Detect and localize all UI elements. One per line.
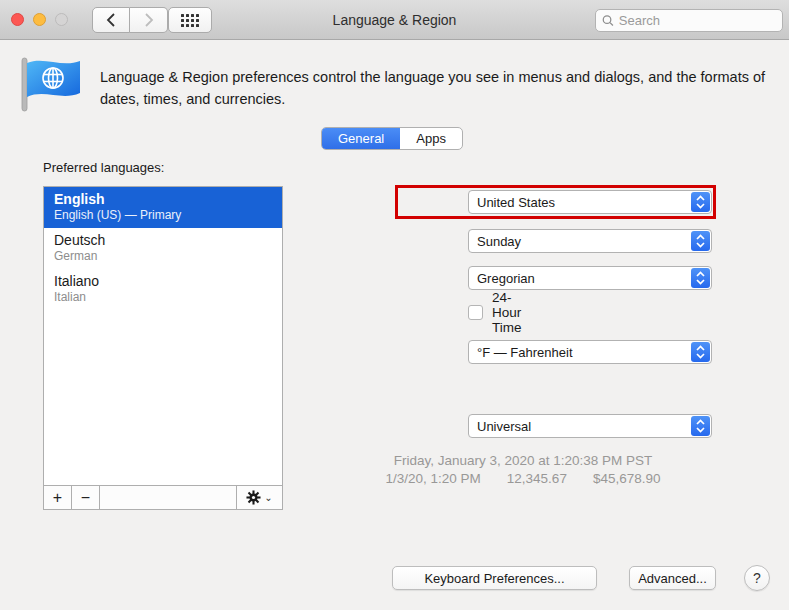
advanced-button[interactable]: Advanced... — [629, 566, 716, 590]
toolbar-spacer — [100, 486, 236, 509]
languages-list-toolbar: + − — [43, 485, 283, 510]
zoom-button-disabled — [55, 13, 68, 26]
preview-long-date: Friday, January 3, 2020 at 1:20:38 PM PS… — [330, 452, 716, 470]
stepper-icon — [691, 342, 710, 362]
preferred-languages-label: Preferred languages: — [43, 160, 164, 175]
language-detail: Italian — [54, 290, 272, 304]
add-language-button[interactable]: + — [44, 486, 72, 509]
chevron-left-icon — [106, 13, 116, 27]
list-item-italiano[interactable]: Italiano Italian — [44, 269, 282, 310]
search-input[interactable] — [619, 13, 776, 28]
chevron-down-icon: ⌄ — [264, 492, 272, 503]
time-format-checkbox-label: 24-Hour Time — [492, 290, 522, 335]
first-day-value: Sunday — [469, 234, 691, 249]
title-bar: Language & Region — [0, 0, 789, 40]
preferences-description: Language & Region preferences control th… — [100, 66, 772, 110]
preview-currency: $45,678.90 — [593, 470, 661, 488]
region-dropdown[interactable]: United States — [468, 190, 712, 214]
calendar-value: Gregorian — [469, 271, 691, 286]
keyboard-preferences-button[interactable]: Keyboard Preferences... — [392, 566, 597, 590]
preview-number: 12,345.67 — [507, 470, 567, 488]
calendar-dropdown[interactable]: Gregorian — [468, 266, 712, 290]
stepper-icon — [691, 231, 710, 251]
gear-icon — [246, 490, 261, 505]
temperature-value: °F — Fahrenheit — [469, 345, 691, 360]
list-item-deutsch[interactable]: Deutsch German — [44, 228, 282, 269]
stepper-icon — [691, 192, 710, 212]
stepper-icon — [691, 268, 710, 288]
language-name: English — [54, 191, 272, 207]
first-day-dropdown[interactable]: Sunday — [468, 229, 712, 253]
chevron-right-icon — [144, 13, 154, 27]
temperature-dropdown[interactable]: °F — Fahrenheit — [468, 340, 712, 364]
list-sort-dropdown[interactable]: Universal — [468, 414, 712, 438]
stepper-icon — [691, 416, 710, 436]
region-value: United States — [469, 195, 691, 210]
tab-general[interactable]: General — [322, 128, 400, 149]
tab-apps[interactable]: Apps — [400, 128, 462, 149]
language-detail: English (US) — Primary — [54, 208, 272, 222]
language-region-window: Language & Region Language & Region pr — [0, 0, 789, 610]
close-button[interactable] — [11, 13, 24, 26]
list-sort-value: Universal — [469, 419, 691, 434]
grid-icon — [181, 14, 199, 27]
tab-bar: General Apps — [321, 127, 463, 150]
language-actions-button[interactable]: ⌄ — [236, 486, 282, 509]
preview-short-date: 1/3/20, 1:20 PM — [386, 470, 481, 488]
format-preview: Friday, January 3, 2020 at 1:20:38 PM PS… — [330, 452, 716, 488]
remove-language-button[interactable]: − — [72, 486, 100, 509]
minimize-button[interactable] — [33, 13, 46, 26]
time-format-checkbox[interactable] — [468, 305, 483, 320]
forward-button-disabled — [130, 7, 168, 33]
search-field[interactable] — [595, 9, 783, 32]
help-button[interactable]: ? — [744, 565, 770, 591]
show-all-button[interactable] — [168, 7, 212, 33]
list-item-english[interactable]: English English (US) — Primary — [44, 187, 282, 228]
languages-list: English English (US) — Primary Deutsch G… — [43, 186, 283, 485]
language-detail: German — [54, 249, 272, 263]
search-icon — [602, 14, 614, 27]
language-name: Italiano — [54, 273, 272, 289]
back-button[interactable] — [92, 7, 130, 33]
language-region-flag-icon — [18, 55, 84, 113]
language-name: Deutsch — [54, 232, 272, 248]
